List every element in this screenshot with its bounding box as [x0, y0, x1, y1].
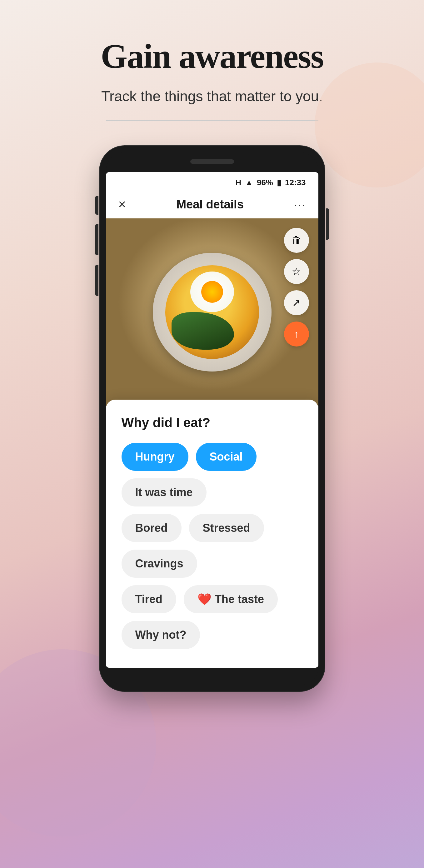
egg-yolk	[201, 281, 223, 303]
signal-icon: ▲	[245, 178, 253, 187]
tag-stressed[interactable]: Stressed	[189, 514, 264, 542]
divider	[106, 120, 319, 121]
more-options-button[interactable]: ···	[294, 198, 306, 211]
tag-why-not[interactable]: Why not?	[122, 621, 200, 649]
battery-icon: ▮	[277, 178, 281, 187]
page-headline: Gain awareness	[101, 37, 323, 75]
phone-notch	[106, 152, 319, 171]
tag-cravings[interactable]: Cravings	[122, 550, 197, 578]
meal-image: 🗑 ☆ ↗ ↑	[106, 218, 319, 406]
plate	[153, 253, 272, 372]
delete-icon: 🗑	[292, 235, 302, 246]
tag-bored[interactable]: Bored	[122, 514, 182, 542]
volume-down-button	[95, 265, 98, 296]
image-actions: 🗑 ☆ ↗ ↑	[284, 228, 309, 346]
phone-container: H ▲ 96% ▮ 12:33 × Meal details ···	[93, 146, 331, 691]
tag-social[interactable]: Social	[196, 443, 256, 471]
heart-icon: ❤️	[198, 593, 212, 606]
tags-row-1: Hungry Social It was time	[122, 443, 303, 506]
phone-frame: H ▲ 96% ▮ 12:33 × Meal details ···	[100, 146, 325, 691]
battery-percent: 96%	[257, 178, 273, 187]
status-bar: H ▲ 96% ▮ 12:33	[106, 172, 319, 191]
mute-button	[95, 196, 98, 215]
edit-icon: ↑	[294, 329, 299, 340]
tags-grid: Hungry Social It was time Bored Stressed…	[122, 443, 303, 649]
page-subtitle: Track the things that matter to you.	[101, 88, 323, 105]
tags-row-2: Bored Stressed Cravings	[122, 514, 303, 578]
tag-it-was-time[interactable]: It was time	[122, 478, 207, 506]
card-question: Why did I eat?	[122, 415, 303, 430]
network-indicator: H	[235, 178, 241, 187]
edit-button[interactable]: ↑	[284, 321, 309, 346]
close-button[interactable]: ×	[118, 197, 126, 212]
screen-title: Meal details	[176, 198, 243, 211]
tag-the-taste-label: The taste	[215, 593, 264, 606]
phone-screen: H ▲ 96% ▮ 12:33 × Meal details ···	[106, 172, 319, 668]
clock: 12:33	[285, 178, 306, 187]
tag-the-taste[interactable]: ❤️ The taste	[184, 585, 278, 613]
share-icon: ↗	[292, 297, 301, 309]
phone-speaker	[190, 159, 234, 164]
star-icon: ☆	[292, 266, 301, 277]
favorite-button[interactable]: ☆	[284, 259, 309, 284]
greens	[172, 312, 234, 350]
delete-button[interactable]: 🗑	[284, 228, 309, 253]
volume-up-button	[95, 224, 98, 255]
bottom-card: Why did I eat? Hungry Social It was time…	[106, 400, 319, 668]
food-visual	[165, 265, 259, 359]
tag-hungry[interactable]: Hungry	[122, 443, 188, 471]
phone-bottom	[106, 668, 319, 685]
tag-tired[interactable]: Tired	[122, 585, 176, 613]
share-button[interactable]: ↗	[284, 290, 309, 315]
tags-row-3: Tired ❤️ The taste Why not?	[122, 585, 303, 649]
page-wrapper: Gain awareness Track the things that mat…	[0, 0, 424, 691]
app-header: × Meal details ···	[106, 191, 319, 218]
power-button	[326, 208, 329, 240]
egg-white	[190, 272, 234, 312]
